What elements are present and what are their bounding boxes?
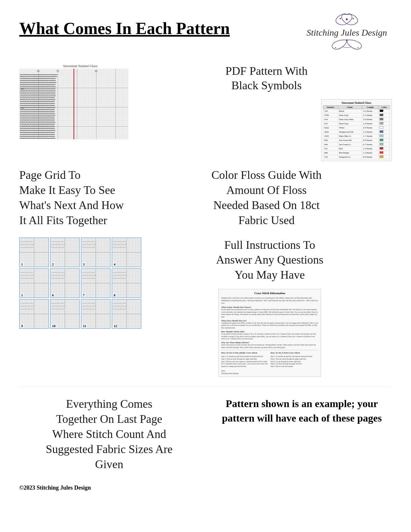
color-swatch [380,135,383,137]
floss-color-swatch [379,151,390,155]
svg-text:○+×·○+×·○+×·○+×: ○+×·○+×·○+×·○+× [51,243,65,245]
floss-name: Pearl Gray [338,122,362,126]
floss-color-swatch [379,147,390,151]
svg-point-0 [346,18,348,20]
page-thumbnail: ×·○+×·○+×·○+×·○○+×·○+×·○+×·○+×+×·○+×·○+×… [19,299,49,329]
svg-text:+×·○+×·○+×·○+×·○+×·○+×·○+×·○+×: +×·○+×·○+×·○+×·○+×·○+×·○+×·○+×·○+×·○+×·○… [20,116,55,118]
floss-length: 1.5 Skeins [362,147,379,151]
svg-text:·○+×·○+×·○+×·○+×·○+×·○+×·○+×·○: ·○+×·○+×·○+×·○+×·○+×·○+×·○+×·○+×·○+×·○+×… [20,80,56,81]
page-number: 2 [51,262,55,266]
full-instructions-text: Full Instructions ToAnswer Any Questions… [216,238,323,283]
floss-color-swatch [379,155,390,159]
svg-text:○+×·○+×·○+×·○+×·○+×·○+×·○+×·○+: ○+×·○+×·○+×·○+×·○+×·○+×·○+×·○+×·○+×·○+×·… [20,99,55,100]
table-row: 415Pearl Gray1.2 Skeins [323,122,390,126]
page-thumb-inner: ×·○+×·○+×·○+×·○○+×·○+×·○+×·○+×+×·○+×·○+×… [50,300,79,328]
table-row: 310Black3.2 Skeins [323,109,390,113]
svg-text:×·○+×·○+×·○+×·○: ×·○+×·○+×·○+×·○ [51,271,64,273]
svg-text:60: 60 [37,70,40,73]
pattern-title-label: Snowman Stained Glass [19,64,141,68]
floss-color-swatch [379,134,390,138]
svg-text:×·○+×·○+×·○+×·○: ×·○+×·○+×·○+×·○ [20,240,33,242]
svg-text:+×·○+×·○+×·○+×·○+×·○+×·○+×·○+×: +×·○+×·○+×·○+×·○+×·○+×·○+×·○+×·○+×·○+×·○… [20,124,55,126]
footer: ©2023 Stitching Jules Design [19,484,392,491]
page-number: 11 [82,324,87,328]
logo-area: Stitching Jules Design [302,13,392,51]
table-row: 3799Dark Gray2.1 Skeins [323,113,390,118]
floss-number: 414 [323,118,338,122]
svg-text:+×·○+×·○+×·○+×·: +×·○+×·○+×·○+×· [82,246,95,248]
floss-name: Baby Blue Lt [338,134,362,138]
pattern-shown-text: Pattern shown is an example; your patter… [212,397,392,425]
svg-text:+×·○+×·○+×·○+×·○+×·○+×·○+×·○+×: +×·○+×·○+×·○+×·○+×·○+×·○+×·○+×·○+×·○+×·○… [20,109,55,110]
floss-length: 1.2 Skeins [362,122,379,126]
svg-text:+×·○+×·○+×·○+×·: +×·○+×·○+×·○+×· [113,246,126,248]
svg-text:×·○+×·○+×·○+×·○: ×·○+×·○+×·○+×·○ [113,240,126,242]
pattern-preview: Snowman Stained Glass [19,64,141,139]
svg-text:+×·○+×·○+×·○+×·○+×·○+×·○+×·○+×: +×·○+×·○+×·○+×·○+×·○+×·○+×·○+×·○+×·○+×·○… [20,132,55,133]
svg-text:+×·○+×·○+×·○+×·○+×·○+×·○+×·○+×: +×·○+×·○+×·○+×·○+×·○+×·○+×·○+×·○+×·○+×·○… [20,78,56,79]
floss-length: 1.1 Skeins [362,134,379,138]
page-thumbnail: ×·○+×·○+×·○+×·○○+×·○+×·○+×·○+×+×·○+×·○+×… [50,299,80,329]
page-number: 1 [21,262,24,266]
floss-length: 1.2 Skeins [362,151,379,155]
floss-color-swatch [379,109,390,113]
page-title: What Comes In Each Pattern [19,13,230,38]
row4: Everything ComesTogether On Last PageWhe… [19,387,392,472]
svg-text:·○+×·○+×·○+×·○+×·○+×·○+×·○+×·○: ·○+×·○+×·○+×·○+×·○+×·○+×·○+×·○+×·○+×·○+×… [20,103,55,104]
page-number: 9 [21,324,24,328]
svg-text:○+×·○+×·○+×·○+×: ○+×·○+×·○+×·○+× [82,274,96,276]
row1: Snowman Stained Glass [19,64,392,161]
table-row: 964Sea Green Lt0.7 Skeins [323,143,390,147]
svg-text:×·○+×·○+×·○+×·○+×·○+×·○+×·○+×·: ×·○+×·○+×·○+×·○+×·○+×·○+×·○+×·○+×·○+×·○+… [20,112,55,114]
svg-point-1 [340,18,341,19]
pattern-image-box: 60 70 ... 80 10 20 ×·○+×·○+×·○+×·○+×·○+×… [19,69,128,139]
floss-color-swatch [379,118,390,122]
col-number: Number [323,106,338,109]
floss-number: 666 [323,151,338,155]
svg-point-5 [358,47,359,48]
color-swatch [380,130,383,133]
color-swatch [380,109,383,112]
svg-text:○+×·○+×·○+×·○+×·○+×·○+×·○+×·○+: ○+×·○+×·○+×·○+×·○+×·○+×·○+×·○+×·○+×·○+×·… [20,83,56,85]
page-number: 6 [51,293,55,297]
svg-text:·○+×·○+×·○+×·○+×·○+×·○+×·○+×·○: ·○+×·○+×·○+×·○+×·○+×·○+×·○+×·○+×·○+×·○+×… [20,118,55,120]
page-thumb-inner: ×·○+×·○+×·○+×·○○+×·○+×·○+×·○+×+×·○+×·○+×… [50,238,79,267]
cross-stitch-info-box: Cross Stitch Information Whether this is… [218,289,321,377]
floss-length: 2.1 Skeins [362,113,379,118]
svg-text:+×·○+×·○+×·○+×·: +×·○+×·○+×·○+×· [82,277,95,279]
svg-text:○+×·○+×·○+×·○+×: ○+×·○+×·○+×·○+× [51,305,65,307]
svg-text:○+×·○+×·○+×·○+×: ○+×·○+×·○+×·○+× [20,243,34,245]
svg-text:70: 70 [56,70,59,73]
svg-text:○+×·○+×·○+×·○+×: ○+×·○+×·○+×·○+× [51,274,65,276]
color-swatch [380,126,383,129]
page-thumbnail: ×·○+×·○+×·○+×·○○+×·○+×·○+×·○+×+×·○+×·○+×… [112,238,141,267]
svg-text:80: 80 [95,70,98,73]
page-thumbnail: ×·○+×·○+×·○+×·○○+×·○+×·○+×·○+×+×·○+×·○+×… [81,299,110,329]
page-thumb-inner: ×·○+×·○+×·○+×·○○+×·○+×·○+×·○+×+×·○+×·○+×… [112,238,141,267]
svg-text:×·○+×·○+×·○+×·○+×·○+×·○+×·○+×·: ×·○+×·○+×·○+×·○+×·○+×·○+×·○+×·○+×·○+×·○+… [20,120,55,122]
table-row: 414Dark Gray Med1.8 Skeins [323,118,390,122]
svg-text:·○+×·○+×·○+×·○+×·○+×·○+×·○+×·○: ·○+×·○+×·○+×·○+×·○+×·○+×·○+×·○+×·○+×·○+×… [20,110,55,112]
svg-text:+×·○+×·○+×·○+×·: +×·○+×·○+×·○+×· [20,246,34,248]
floss-name: Dark Gray Med [338,118,362,122]
page-number: 4 [113,262,116,266]
svg-point-3 [346,39,348,41]
col-name: Name [338,106,362,109]
page-thumbnail: ×·○+×·○+×·○+×·○○+×·○+×·○+×·○+×+×·○+×·○+×… [81,268,110,298]
col-length: Length [362,106,379,109]
color-swatch [380,114,383,116]
floss-length: 3.2 Skeins [362,109,379,113]
color-swatch [380,147,383,150]
table-row: blancWhite2.0 Skeins [323,126,390,130]
table-row: 3842Wedgewood Dk1.4 Skeins [323,130,390,134]
floss-name: Black [338,109,362,113]
page-thumb-inner: ×·○+×·○+×·○+×·○○+×·○+×·○+×·○+×+×·○+×·○+×… [20,269,48,298]
floss-color-swatch [379,138,390,143]
page-thumbnail: ×·○+×·○+×·○+×·○○+×·○+×·○+×·○+×+×·○+×·○+×… [19,238,49,267]
page-thumb-inner: ×·○+×·○+×·○+×·○○+×·○+×·○+×·○+×+×·○+×·○+×… [20,300,48,328]
svg-point-2 [353,18,354,19]
page-number: 8 [113,293,116,297]
floss-number: blanc [323,126,338,130]
page-number: 5 [21,293,24,297]
color-swatch [380,122,383,125]
